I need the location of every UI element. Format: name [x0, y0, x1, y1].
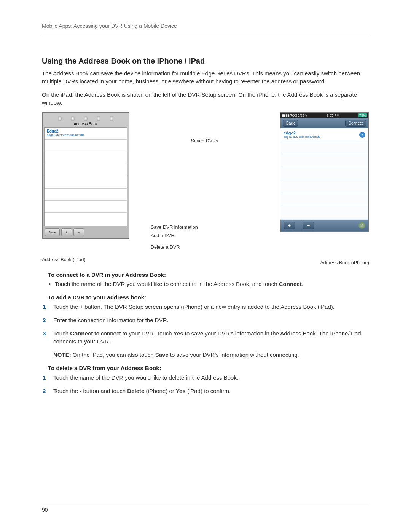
ipad-empty-row [45, 164, 127, 176]
ipad-empty-row [45, 189, 127, 201]
iphone-caption: Address Book (iPhone) [42, 260, 369, 265]
iphone-empty-row [280, 193, 368, 206]
callout-saved-dvrs: Saved DVRs [191, 138, 218, 144]
intro-paragraph-2: On the iPad, the Address Book is shown o… [42, 91, 369, 107]
status-time: 2:53 PM [307, 113, 358, 117]
subheading-connect: To connect to a DVR in your Address Book… [48, 272, 369, 278]
pushpin-icon [71, 116, 75, 121]
dvr-address: edge2-dvr.lorexddns.net:80 [47, 133, 124, 137]
ipad-empty-row [45, 152, 127, 164]
page-header: Mobile Apps: Accessing your DVR Using a … [42, 23, 369, 34]
step-add-3: 3 Touch Connect to connect to your DVR. … [43, 329, 369, 345]
step-del-2: 2 Touch the - button and touch Delete (i… [43, 387, 369, 395]
callout-save-info: Save DVR information [151, 225, 198, 230]
dvr-name: Edge2 [47, 129, 124, 133]
iphone-empty-row [280, 154, 368, 167]
iphone-empty-row [280, 141, 368, 154]
ipad-save-button[interactable]: Save [45, 228, 60, 236]
iphone-toolbar: + − i [280, 220, 368, 231]
iphone-empty-row [280, 180, 368, 193]
iphone-status-bar: ▮▮▮▮ ROGERS ≋ 2:53 PM 79% [280, 113, 368, 118]
pushpin-icon [97, 116, 100, 121]
bullet-icon: • [49, 280, 55, 288]
callout-delete-dvr: Delete a DVR [151, 244, 180, 250]
iphone-add-button[interactable]: + [284, 222, 295, 229]
note-ipad-save: NOTE: On the iPad, you can also touch Sa… [53, 351, 369, 359]
step-add-2: 2 Enter the connection information for t… [43, 316, 369, 324]
ipad-add-button[interactable]: + [61, 228, 72, 236]
ipad-empty-row [45, 201, 127, 213]
callout-add-dvr: Add a DVR [151, 233, 175, 238]
iphone-nav-bar: Back Connect [280, 118, 368, 128]
bullet-connect: • Touch the name of the DVR you would li… [49, 280, 369, 288]
battery-indicator: 79% [358, 113, 367, 117]
dvr-name: edge2 [284, 131, 320, 135]
pushpin-icon [84, 116, 88, 121]
subheading-add: To add a DVR to your address book: [48, 294, 369, 300]
subheading-delete: To delete a DVR from your Address Book: [48, 365, 369, 371]
ipad-panel-title: Address Book [44, 122, 127, 127]
ipad-dvr-row[interactable]: Edge2 edge2-dvr.lorexddns.net:80 [45, 128, 127, 140]
breadcrumb: Mobile Apps: Accessing your DVR Using a … [42, 23, 177, 29]
ipad-dvr-list: Edge2 edge2-dvr.lorexddns.net:80 [44, 127, 127, 226]
back-button[interactable]: Back [283, 120, 298, 127]
iphone-empty-row [280, 167, 368, 180]
page-number: 90 [42, 507, 48, 513]
ipad-empty-row [45, 140, 127, 152]
wifi-icon: ≋ [304, 113, 307, 117]
connect-button[interactable]: Connect [345, 120, 366, 127]
carrier-label: ROGERS [290, 113, 304, 117]
iphone-dvr-row[interactable]: edge2 edge2-dvr.lorexddns.net:80 › [280, 128, 368, 141]
step-add-1: 1 Touch the + button. The DVR Setup scre… [43, 303, 369, 311]
info-icon[interactable]: i [358, 222, 365, 229]
page-footer: 90 [42, 503, 369, 513]
chevron-right-icon[interactable]: › [359, 132, 365, 138]
ipad-top-decor [44, 114, 127, 122]
signal-icon: ▮▮▮▮ [282, 113, 290, 117]
iphone-empty-row [280, 206, 368, 219]
iphone-dvr-list: edge2 edge2-dvr.lorexddns.net:80 › [280, 128, 368, 220]
iphone-delete-button[interactable]: − [303, 222, 314, 229]
pushpin-icon [110, 116, 113, 121]
iphone-address-book: ▮▮▮▮ ROGERS ≋ 2:53 PM 79% Back Connect e… [280, 112, 369, 232]
step-del-1: 1 Touch the name of the DVR you would li… [43, 374, 369, 382]
pushpin-icon [58, 116, 62, 121]
ipad-address-book: Address Book Edge2 edge2-dvr.lorexddns.n… [42, 112, 129, 239]
callout-labels: Saved DVRs Save DVR information Add a DV… [133, 112, 276, 255]
ipad-delete-button[interactable]: − [73, 228, 84, 236]
section-title: Using the Address Book on the iPhone / i… [42, 57, 369, 66]
dvr-address: edge2-dvr.lorexddns.net:80 [284, 135, 320, 139]
intro-paragraph-1: The Address Book can save the device inf… [42, 69, 369, 85]
ipad-empty-row [45, 176, 127, 189]
figure-area: Address Book Edge2 edge2-dvr.lorexddns.n… [42, 112, 369, 255]
ipad-toolbar: Save + − [44, 226, 127, 237]
